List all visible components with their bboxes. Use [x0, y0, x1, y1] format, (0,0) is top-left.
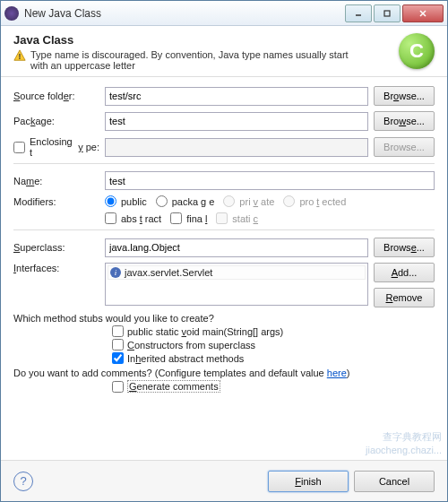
inherited-label: Inherited abstract methods — [127, 353, 244, 364]
superclass-label: Superclass: — [13, 242, 99, 253]
check-inherited[interactable] — [112, 352, 124, 364]
header-warning: ! Type name is discouraged. By conventio… — [13, 49, 363, 71]
close-button[interactable] — [402, 4, 444, 22]
check-final[interactable]: final — [170, 212, 207, 224]
check-static: static — [216, 212, 258, 224]
remove-interface-button[interactable]: Remove — [374, 288, 435, 307]
superclass-input[interactable] — [105, 238, 368, 257]
modifiers-label: Modifiers: — [13, 196, 99, 207]
name-input[interactable] — [105, 171, 435, 190]
interface-text: javax.servlet.Servlet — [125, 267, 212, 278]
enclosing-input — [105, 138, 368, 157]
constructors-label: Constructors from superclass — [127, 340, 255, 351]
minimize-button[interactable] — [345, 4, 372, 22]
svg-text:!: ! — [19, 52, 22, 61]
check-generate-comments[interactable] — [112, 381, 124, 393]
titlebar: New Java Class — [1, 1, 447, 26]
window-title: New Java Class — [24, 7, 343, 20]
cancel-button[interactable]: Cancel — [354, 471, 435, 492]
interfaces-list[interactable]: i javax.servlet.Servlet — [105, 263, 368, 306]
enclosing-label: Enclosing type: — [13, 136, 99, 158]
visibility-group: public package private protected — [105, 195, 346, 207]
comments-question: Do you want to add comments? (Configure … — [13, 368, 435, 378]
separator — [13, 163, 435, 164]
radio-public[interactable]: public — [105, 195, 147, 207]
dialog-window: New Java Class Java Class ! Type name is… — [0, 0, 448, 502]
source-folder-input[interactable] — [105, 87, 368, 106]
watermark: 查字典教程网 jiaocheng.chazi... — [366, 430, 442, 456]
check-constructors[interactable] — [112, 339, 124, 351]
browse-superclass-button[interactable]: Browse... — [374, 238, 435, 257]
warning-icon: ! — [13, 49, 26, 62]
header-title: Java Class — [13, 33, 435, 47]
main-label: public static void main(String[] args) — [127, 326, 283, 337]
name-label: Name: — [13, 176, 99, 186]
window-controls — [343, 4, 444, 22]
warning-text: Type name is discouraged. By convention,… — [30, 49, 363, 71]
package-input[interactable] — [105, 112, 368, 131]
maximize-button[interactable] — [374, 4, 401, 22]
radio-protected: protected — [283, 195, 346, 207]
interfaces-label: Interfaces: — [13, 263, 99, 273]
interface-item[interactable]: i javax.servlet.Servlet — [108, 265, 366, 280]
stubs-block: public static void main(String[] args) C… — [13, 325, 435, 364]
generate-comments-label: Generate comments — [127, 380, 220, 393]
separator2 — [13, 229, 435, 230]
dialog-header: Java Class ! Type name is discouraged. B… — [1, 26, 447, 77]
dialog-footer: ? Finish Cancel — [1, 460, 447, 501]
finish-button[interactable]: Finish — [268, 471, 349, 492]
browse-package-button[interactable]: Browse... — [374, 111, 435, 131]
modifier-checks: abstract final static — [105, 212, 258, 224]
help-button[interactable]: ? — [13, 472, 33, 491]
source-folder-label: Source folder: — [13, 91, 99, 101]
here-link[interactable]: here — [327, 368, 347, 378]
radio-private: private — [223, 195, 274, 207]
stubs-question: Which method stubs would you like to cre… — [13, 313, 435, 324]
dialog-body: Source folder: Browse... Package: Browse… — [1, 77, 447, 400]
browse-source-button[interactable]: Browse... — [374, 86, 435, 106]
svg-rect-1 — [384, 11, 390, 16]
app-icon — [4, 6, 19, 21]
enclosing-checkbox[interactable] — [13, 142, 25, 153]
check-abstract[interactable]: abstract — [105, 212, 161, 224]
class-badge-icon: C — [399, 33, 435, 69]
add-interface-button[interactable]: Add... — [374, 263, 435, 282]
interface-icon: i — [110, 267, 121, 278]
package-label: Package: — [13, 116, 99, 126]
radio-package[interactable]: package — [156, 195, 215, 207]
browse-enclosing-button: Browse... — [374, 137, 435, 157]
check-main[interactable] — [112, 325, 124, 337]
